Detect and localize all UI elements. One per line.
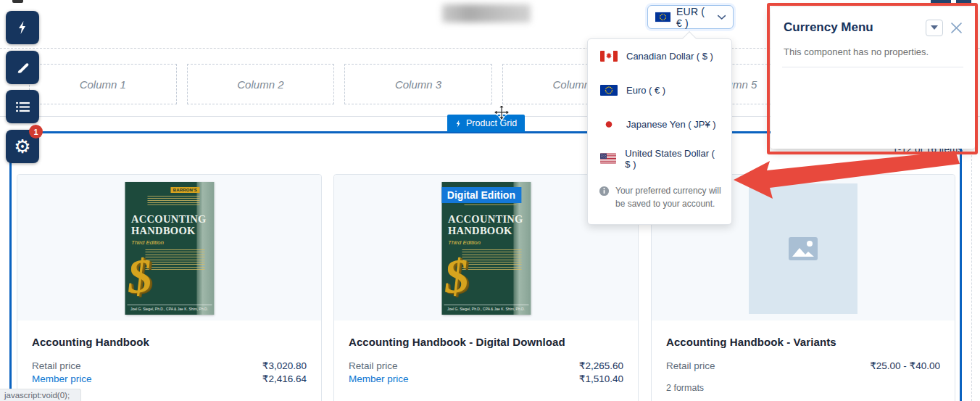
- image-icon: [789, 237, 818, 260]
- book-blurb: [462, 249, 521, 270]
- product-card[interactable]: BARRON'S ACCOUNTINGHANDBOOK Third Editio…: [17, 174, 322, 401]
- product-title: Accounting Handbook - Variants: [666, 336, 940, 348]
- member-price-link[interactable]: Member price: [32, 373, 92, 384]
- currency-option-label: Japanese Yen ( JP¥ ): [626, 119, 716, 130]
- currency-dropdown-menu: Canadian Dollar ( $ ) Euro ( € ) Japanes…: [587, 38, 732, 225]
- selection-border-left: [9, 131, 12, 401]
- currency-note-line: Your preferred currency will: [615, 186, 721, 196]
- product-title: Accounting Handbook - Digital Download: [349, 336, 623, 348]
- member-price-value: ₹1,510.40: [579, 373, 623, 384]
- sidebar-components-button[interactable]: [6, 11, 39, 44]
- selection-border-right: [960, 131, 962, 401]
- eu-flag-icon: [655, 11, 670, 23]
- book-title: ACCOUNTINGHANDBOOK: [131, 214, 207, 236]
- panel-close-button[interactable]: [947, 19, 965, 36]
- dollar-symbol: $: [126, 252, 154, 301]
- canada-flag-icon: [600, 51, 618, 62]
- book-edition: Third Edition: [131, 239, 164, 246]
- currency-note: Your preferred currency willbe saved to …: [588, 175, 731, 210]
- panel-body-text: This component has no properties.: [771, 36, 975, 57]
- book-title: ACCOUNTINGHANDBOOK: [448, 214, 523, 236]
- currency-option-label: Canadian Dollar ( $ ): [626, 51, 713, 62]
- column-placeholder-3[interactable]: Column 3: [344, 64, 492, 104]
- currency-option-label: Euro ( € ): [626, 85, 665, 96]
- product-image-area: BARRON'S ACCOUNTINGHANDBOOK Third Editio…: [17, 175, 321, 321]
- currency-note-line: be saved to your account.: [615, 199, 715, 209]
- product-grid-component-label[interactable]: Product Grid: [447, 115, 525, 132]
- info-icon: [599, 186, 610, 197]
- lightning-icon: [17, 20, 28, 35]
- book-authors: Joel G. Siegel, Ph.D., CPA & Jae K. Shim…: [127, 305, 212, 311]
- retail-price-value: ₹3,020.80: [262, 360, 307, 371]
- currency-option-cad[interactable]: Canadian Dollar ( $ ): [588, 39, 731, 73]
- eu-flag-icon: [600, 85, 618, 96]
- member-price-value: ₹2,416.64: [262, 373, 307, 384]
- column-placeholder-2[interactable]: Column 2: [187, 64, 335, 104]
- currency-option-eur[interactable]: Euro ( € ): [588, 73, 731, 107]
- book-title-line: ACCOUNTING: [448, 213, 523, 225]
- us-flag-icon: [600, 153, 616, 164]
- page-builder-screen: EUR ( € ) ⚙ 1 Column 1 Column 2 Column 3…: [0, 0, 980, 401]
- close-icon: [951, 22, 962, 33]
- book-title-line: HANDBOOK: [448, 225, 512, 236]
- store-logo-blurred: [442, 4, 531, 22]
- currency-button-label: EUR ( € ): [676, 6, 712, 29]
- retail-price-label: Retail price: [32, 360, 81, 371]
- browser-status-bar: javascript:void(0);: [0, 389, 81, 401]
- japan-flag-icon: [600, 119, 618, 130]
- panel-divider: [782, 67, 963, 67]
- currency-option-jpy[interactable]: Japanese Yen ( JP¥ ): [588, 107, 731, 141]
- panel-title: Currency Menu: [784, 20, 926, 35]
- list-icon: [16, 102, 30, 112]
- gear-icon: ⚙: [14, 137, 30, 156]
- top-left-cropped-element: [12, 0, 23, 3]
- product-title: Accounting Handbook: [32, 336, 307, 348]
- triangle-down-icon: [931, 25, 938, 30]
- column-label: Column 1: [80, 78, 126, 91]
- formats-count: 2 formats: [666, 383, 940, 393]
- retail-price-value: ₹2,265.60: [579, 360, 623, 371]
- book-blurb: [145, 249, 204, 270]
- status-link-preview: javascript:void(0);: [4, 391, 70, 400]
- top-right-cropped-icon: [956, 0, 971, 4]
- member-price-link[interactable]: Member price: [349, 373, 409, 384]
- lightning-icon: [455, 119, 462, 128]
- retail-price-label: Retail price: [666, 360, 715, 371]
- retail-price-value: ₹25.00 - ₹40.00: [870, 360, 940, 371]
- notification-badge: 1: [29, 125, 43, 139]
- book-blurb: [147, 196, 199, 205]
- brush-icon: [16, 61, 30, 75]
- book-title-line: ACCOUNTING: [131, 213, 207, 225]
- dollar-symbol: $: [443, 252, 470, 301]
- book-publisher: BARRON'S: [171, 187, 199, 193]
- image-placeholder: [749, 183, 858, 314]
- currency-option-usd[interactable]: United States Dollar ( $ ): [588, 141, 731, 175]
- column-label: Column 3: [395, 78, 441, 91]
- book-edition: Third Edition: [448, 239, 481, 246]
- sidebar-theme-button[interactable]: [6, 51, 39, 84]
- currency-option-label: United States Dollar ( $ ): [625, 148, 721, 170]
- currency-selector-button[interactable]: EUR ( € ): [647, 5, 734, 29]
- retail-price-label: Retail price: [349, 360, 398, 371]
- book-cover-image: BARRON'S ACCOUNTINGHANDBOOK Third Editio…: [125, 182, 214, 315]
- column-placeholder-1[interactable]: Column 1: [29, 64, 177, 104]
- digital-edition-badge: Digital Edition: [441, 187, 521, 203]
- book-title-line: HANDBOOK: [131, 225, 196, 236]
- sidebar-pages-button[interactable]: [6, 90, 39, 123]
- move-cursor-icon: [492, 104, 511, 123]
- chevron-down-icon: [718, 15, 726, 20]
- book-authors: Joel G. Siegel, Ph.D., CPA & Jae K. Shim…: [444, 305, 528, 311]
- component-properties-panel: Currency Menu This component has no prop…: [771, 7, 975, 149]
- top-right-cropped-icon: [931, 0, 951, 4]
- panel-collapse-button[interactable]: [926, 20, 943, 36]
- currency-note-text: Your preferred currency willbe saved to …: [615, 184, 721, 210]
- right-dashed-guide: [971, 155, 972, 401]
- column-label: Column 2: [237, 78, 283, 91]
